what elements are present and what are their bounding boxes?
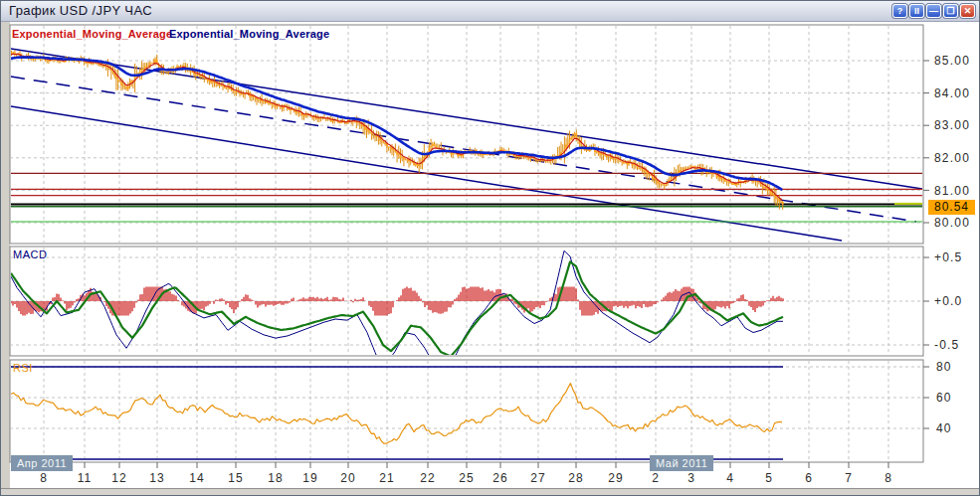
pause-button[interactable]: II [909, 4, 924, 18]
panel-splitter-rsi[interactable] [10, 357, 923, 360]
rsi-tick-80: 80 [936, 360, 952, 374]
chart-canvas[interactable] [1, 1, 980, 496]
time-tick-label-15: 29 [608, 471, 623, 485]
window-bottom-edge [1, 488, 979, 496]
price-tick-83: 83.00 [934, 118, 970, 132]
macd-indicator-label: MACD [13, 248, 47, 260]
time-tick-label-19: 5 [765, 471, 773, 485]
time-tick-label-14: 28 [568, 471, 583, 485]
macd-tick-zero: +0.0 [934, 294, 963, 308]
time-tick-label-16: 2 [652, 471, 660, 485]
rsi-tick-60: 60 [936, 391, 952, 405]
time-tick-label-6: 18 [268, 471, 283, 485]
time-tick-label-11: 25 [459, 471, 474, 485]
time-tick-label-0: 8 [40, 471, 48, 485]
current-price-badge: 80.54 [928, 200, 975, 215]
time-tick-label-13: 27 [530, 471, 545, 485]
time-tick-label-3: 13 [149, 471, 164, 485]
price-tick-80: 80.00 [934, 216, 970, 230]
ema-indicator-label-2: Exponential_Moving_Average [169, 28, 329, 40]
help-button[interactable]: ? [892, 4, 907, 18]
time-tick-label-8: 20 [340, 471, 355, 485]
time-tick-label-22: 8 [884, 471, 892, 485]
close-button[interactable]: ✕ [960, 4, 975, 18]
time-tick-label-20: 6 [805, 471, 813, 485]
price-tick-85: 85.00 [934, 54, 970, 68]
time-tick-label-1: 11 [78, 471, 92, 485]
price-tick-81: 81.00 [934, 184, 970, 198]
month-badge-may: Май 2011 [650, 455, 713, 471]
macd-tick-neg05: -0.5 [934, 338, 959, 352]
rsi-indicator-label: RSI [13, 362, 33, 374]
title-bar[interactable]: График USD /JPY ЧАС ? II — ❐ ✕ [1, 1, 979, 22]
time-tick-label-7: 19 [302, 471, 317, 485]
time-tick-label-5: 15 [228, 471, 243, 485]
minimize-button[interactable]: — [926, 4, 941, 18]
ema-indicator-label-1: Exponential_Moving_Average [12, 28, 172, 40]
time-tick-label-2: 12 [111, 471, 126, 485]
price-tick-82: 82.00 [934, 151, 970, 165]
restore-button[interactable]: ❐ [943, 4, 958, 18]
time-tick-label-18: 4 [726, 471, 734, 485]
chart-window: График USD /JPY ЧАС ? II — ❐ ✕ Exponenti… [0, 0, 980, 496]
time-tick-label-12: 26 [492, 471, 507, 485]
rsi-tick-40: 40 [936, 421, 952, 435]
macd-tick-pos05: +0.5 [934, 250, 963, 264]
panel-splitter-macd[interactable] [10, 244, 923, 247]
time-tick-label-17: 3 [687, 471, 695, 485]
window-controls: ? II — ❐ ✕ [892, 4, 975, 18]
time-tick-label-4: 14 [189, 471, 204, 485]
price-tick-84: 84.00 [934, 86, 970, 100]
window-title: График USD /JPY ЧАС [9, 3, 152, 18]
month-badge-april: Апр 2011 [11, 455, 73, 471]
time-tick-label-10: 22 [420, 471, 435, 485]
time-tick-label-21: 7 [845, 471, 853, 485]
time-tick-label-9: 21 [379, 471, 394, 485]
